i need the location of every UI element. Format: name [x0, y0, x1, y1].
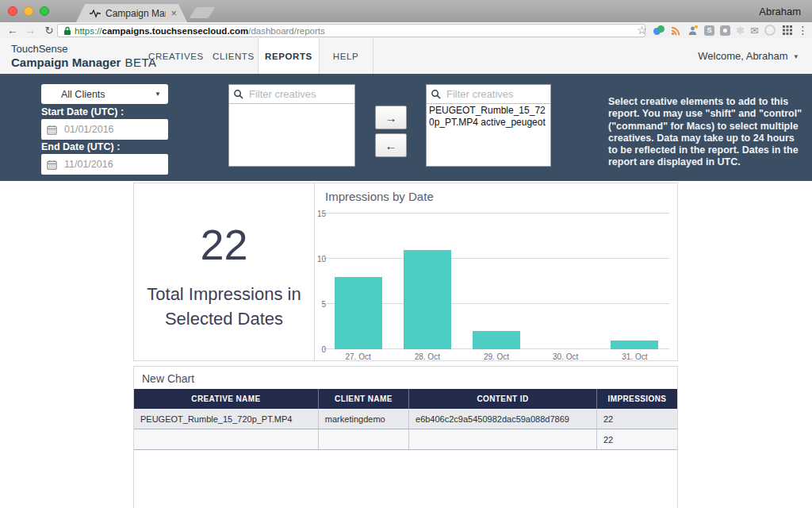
table-cell: 22	[596, 409, 677, 429]
chart-xtick-label: 28. Oct	[415, 352, 440, 361]
mail-extension-icon[interactable]: ✉	[748, 24, 761, 37]
chart-xtick-label: 31. Oct	[622, 352, 647, 361]
new-tab-button[interactable]	[189, 7, 215, 18]
square-extension-icon[interactable]	[718, 24, 732, 37]
chart-ytick-label: 10	[317, 255, 326, 264]
client-select-value: All Clients	[61, 89, 105, 100]
table-cell	[318, 429, 408, 450]
app-header: TouchSense Campaign ManagerBETA CREATIVE…	[0, 38, 812, 74]
browser-tab[interactable]: Campaign Manager ×	[76, 4, 187, 22]
impressions-chart: Impressions by Date 05101527. Oct28. Oct…	[315, 183, 677, 360]
start-date-value: 01/01/2016	[64, 124, 114, 135]
available-search-row	[229, 85, 354, 104]
chevron-down-icon: ▾	[794, 52, 798, 60]
chart-plot: 05101527. Oct28. Oct29. Oct30. Oct31. Oc…	[324, 214, 669, 349]
titlebar: Campaign Manager × Abraham	[0, 0, 812, 22]
nav-tab-clients[interactable]: CLIENTS	[213, 38, 255, 74]
add-creative-button[interactable]: →	[375, 106, 407, 129]
available-creatives-filter-input[interactable]	[247, 87, 350, 101]
user-menu[interactable]: Welcome, Abraham ▾	[698, 38, 798, 74]
start-date-label: Start Date (UTC) :	[41, 106, 124, 117]
flower-extension-icon[interactable]: ✽	[733, 24, 747, 37]
chart-ytick-label: 5	[321, 300, 326, 309]
report-table: CREATIVE NAMECLIENT NAMECONTENT IDIMPRES…	[134, 389, 677, 450]
chart-gridline	[324, 258, 669, 259]
table-header-cell: CONTENT ID	[409, 389, 597, 409]
table-row: 22	[134, 429, 677, 450]
report-table-header-row: CREATIVE NAMECLIENT NAMECONTENT IDIMPRES…	[134, 389, 677, 409]
calendar-icon	[47, 160, 57, 170]
chart-ytick-label: 0	[321, 345, 326, 354]
tab-title: Campaign Manager	[105, 8, 166, 19]
circle-extension-icon[interactable]	[763, 24, 776, 37]
report-filter-bar: All Clients ▼ Start Date (UTC) : 01/01/2…	[0, 74, 812, 181]
table-cell: e6b406c2c9a5450982dac59a088d7869	[409, 409, 597, 429]
select-caret-icon: ▼	[155, 90, 161, 98]
browser-menu-dots-icon[interactable]: ⋮	[796, 24, 810, 37]
table-cell	[409, 429, 597, 450]
selected-creatives-list[interactable]: PEUGEOT_Rumble_15_720p_PT.MP4 active_peu…	[427, 104, 550, 166]
url-text: https://campaigns.touchsensecloud.com/da…	[75, 26, 325, 36]
start-date-field[interactable]: 01/01/2016	[41, 119, 168, 140]
chart-ytick-label: 15	[317, 210, 326, 218]
new-chart-panel: New Chart CREATIVE NAMECLIENT NAMECONTEN…	[133, 366, 678, 508]
table-row: PEUGEOT_Rumble_15_720p_PT.MP4marketingde…	[134, 409, 677, 429]
chart-xtick-label: 30. Oct	[553, 352, 578, 361]
selected-search-row	[427, 85, 550, 104]
table-cell: marketingdemo	[318, 409, 408, 429]
chart-title: Impressions by Date	[325, 190, 434, 203]
brand-logo: TouchSense Campaign ManagerBETA	[11, 43, 156, 71]
url-path: /dashboard/reports	[248, 26, 325, 36]
end-date-value: 11/01/2016	[64, 159, 113, 170]
chart-gridline	[324, 213, 669, 214]
zoom-window-button[interactable]	[40, 6, 49, 16]
person-flag-icon[interactable]	[686, 24, 699, 37]
tab-close-icon[interactable]: ×	[170, 8, 177, 18]
minimize-window-button[interactable]	[24, 6, 33, 16]
chart-bar	[473, 331, 520, 349]
table-header-cell: IMPRESSIONS	[596, 389, 677, 409]
apps-grid-icon[interactable]	[780, 24, 794, 37]
brand-line2: Campaign ManagerBETA	[11, 56, 156, 71]
reload-icon[interactable]: ↻	[41, 22, 57, 38]
brand-line1: TouchSense	[11, 43, 156, 56]
nav-tab-reports[interactable]: REPORTS	[258, 38, 320, 74]
traffic-lights	[8, 6, 49, 16]
impressions-panel: 22 Total Impressions in Selected Dates I…	[133, 183, 678, 361]
forward-icon[interactable]: →	[22, 22, 38, 38]
url-domain: campaigns.touchsensecloud.com	[102, 26, 249, 36]
search-icon	[431, 89, 441, 99]
selected-creatives-filter-input[interactable]	[445, 87, 546, 101]
browser-toolbar: ← → ↻ https://campaigns.touchsensecloud.…	[0, 22, 812, 39]
close-window-button[interactable]	[8, 6, 17, 16]
selected-creative-item[interactable]: PEUGEOT_Rumble_15_720p_PT.MP4 active_peu…	[427, 104, 550, 129]
chart-bar	[404, 250, 451, 349]
s-extension-icon[interactable]: S	[703, 24, 716, 37]
calendar-icon	[47, 125, 57, 135]
total-impressions-value: 22	[134, 220, 314, 269]
waveform-favicon-icon	[90, 9, 101, 18]
chart-xtick-label: 27. Oct	[345, 352, 370, 361]
selected-creatives-box: PEUGEOT_Rumble_15_720p_PT.MP4 active_peu…	[426, 84, 551, 167]
table-cell: PEUGEOT_Rumble_15_720p_PT.MP4	[134, 409, 318, 429]
end-date-label: End Date (UTC) :	[41, 141, 120, 152]
end-date-field[interactable]: 11/01/2016	[41, 154, 168, 175]
total-impressions-stat: 22 Total Impressions in Selected Dates	[134, 183, 315, 360]
rss-icon[interactable]	[669, 24, 683, 37]
extension-circles-icon[interactable]	[652, 24, 665, 37]
chart-bar	[611, 341, 658, 349]
chart-xtick-label: 29. Oct	[484, 352, 509, 361]
available-creatives-list[interactable]	[229, 104, 354, 166]
total-impressions-caption: Total Impressions in Selected Dates	[137, 282, 312, 331]
bookmark-star-icon[interactable]: ☆	[635, 24, 649, 37]
client-select[interactable]: All Clients ▼	[41, 84, 168, 104]
address-bar[interactable]: https://campaigns.touchsensecloud.com/da…	[57, 24, 645, 37]
search-icon	[233, 89, 243, 99]
remove-creative-button[interactable]: ←	[375, 133, 407, 157]
table-cell: 22	[596, 429, 677, 450]
section-title: New Chart	[142, 372, 677, 385]
secure-lock-icon	[63, 26, 71, 36]
nav-tab-help[interactable]: HELP	[319, 38, 373, 74]
back-icon[interactable]: ←	[5, 22, 21, 38]
nav-tab-creatives[interactable]: CREATIVES	[148, 38, 204, 74]
